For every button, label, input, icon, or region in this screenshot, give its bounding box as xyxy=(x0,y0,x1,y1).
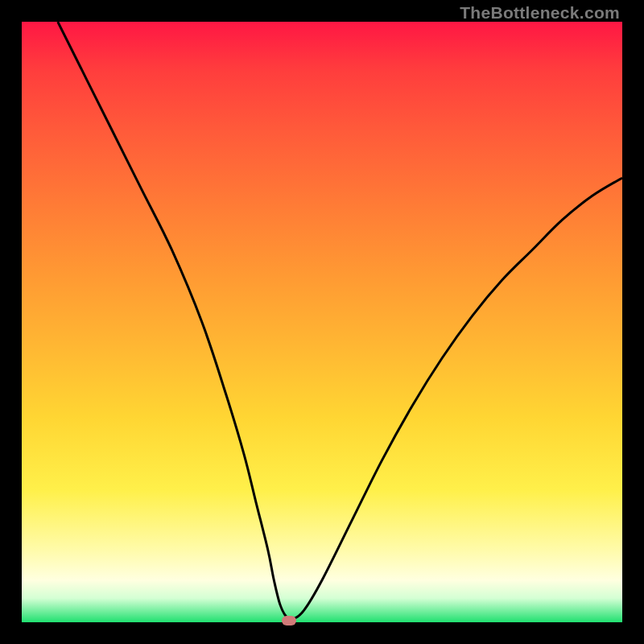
watermark-text: TheBottleneck.com xyxy=(460,3,620,23)
outer-frame: TheBottleneck.com xyxy=(0,0,644,644)
curve-svg xyxy=(22,22,622,622)
plot-area xyxy=(22,22,622,622)
optimum-marker xyxy=(282,616,296,625)
bottleneck-curve xyxy=(58,22,622,620)
